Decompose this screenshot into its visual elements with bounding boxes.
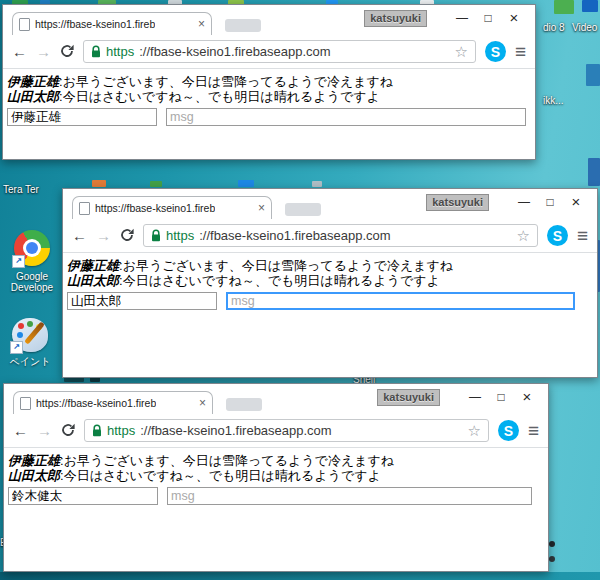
- browser-window-3: https://fbase-kseino1.fireb × katsuyuki …: [3, 383, 549, 572]
- page-favicon-icon: [19, 18, 30, 31]
- message-input[interactable]: [226, 292, 575, 310]
- tab-title: https://fbase-kseino1.fireb: [35, 18, 155, 30]
- desktop-label-line: Google: [2, 271, 62, 282]
- reload-button[interactable]: [120, 228, 134, 244]
- desktop-icon-fragment: [150, 181, 162, 187]
- browser-tab[interactable]: https://fbase-kseino1.fireb ×: [72, 196, 272, 219]
- tab-close-icon[interactable]: ×: [258, 202, 265, 214]
- name-input[interactable]: [8, 487, 158, 505]
- skype-extension-icon[interactable]: S: [498, 420, 519, 441]
- tab-title: https://fbase-kseino1.fireb: [36, 397, 156, 409]
- address-bar[interactable]: https://fbase-kseino1.firebaseapp.com ☆: [143, 224, 538, 247]
- close-button[interactable]: ×: [514, 387, 540, 407]
- chat-text: 今日はさむいですね～、でも明日は晴れるようですよ: [123, 273, 440, 288]
- chrome-shortcut-icon[interactable]: ↗: [14, 230, 50, 266]
- tab-close-icon[interactable]: ×: [199, 397, 206, 409]
- forward-button[interactable]: →: [37, 423, 52, 438]
- minimize-button[interactable]: —: [462, 387, 488, 407]
- desktop-icon-fragment: [92, 180, 106, 187]
- desktop-icon-fragment: [588, 158, 600, 186]
- https-lock-icon: [92, 424, 102, 437]
- forward-button[interactable]: →: [96, 228, 111, 243]
- tab-close-icon[interactable]: ×: [198, 18, 205, 30]
- address-bar[interactable]: https://fbase-kseino1.firebaseapp.com ☆: [83, 40, 476, 63]
- desktop-label-tera-term: Tera Ter: [3, 184, 39, 195]
- chat-text: 今日はさむいですね～、でも明日は晴れるようですよ: [64, 468, 381, 483]
- page-content: 伊藤正雄:お早うございます、今日は雪降ってるようで冷えますね 山田太郎:今日はさ…: [4, 448, 548, 505]
- desktop-icon-fragment: [238, 180, 254, 187]
- chat-text: お早うございます、今日は雪降ってるようで冷えますね: [63, 74, 393, 89]
- minimize-button[interactable]: —: [511, 192, 537, 212]
- maximize-button[interactable]: □: [475, 8, 501, 28]
- desktop: Tera Ter ↗ Google Develope ↗ ペイント Shell …: [0, 0, 600, 580]
- titlebar[interactable]: https://fbase-kseino1.fireb × katsuyuki …: [4, 384, 548, 414]
- titlebar[interactable]: https://fbase-kseino1.fireb × katsuyuki …: [3, 5, 535, 35]
- shortcut-arrow-icon: ↗: [12, 255, 25, 268]
- close-button[interactable]: ×: [501, 8, 527, 28]
- name-input[interactable]: [7, 108, 157, 126]
- back-button[interactable]: ←: [13, 423, 28, 438]
- skype-extension-icon[interactable]: S: [485, 41, 506, 62]
- address-bar[interactable]: https://fbase-kseino1.firebaseapp.com ☆: [84, 419, 489, 442]
- maximize-button[interactable]: □: [537, 192, 563, 212]
- message-input[interactable]: [167, 487, 532, 505]
- titlebar[interactable]: https://fbase-kseino1.fireb × katsuyuki …: [63, 189, 597, 219]
- desktop-icon-fragment: [586, 64, 600, 86]
- desktop-label-studio: dio 8: [543, 22, 565, 33]
- chat-message: 伊藤正雄:お早うございます、今日は雪降ってるようで冷えますね: [67, 258, 593, 273]
- desktop-icon-fragment: [582, 0, 598, 12]
- new-tab-button[interactable]: [285, 203, 321, 216]
- desktop-label-ikk: ikk...: [543, 95, 564, 106]
- desktop-label-paint: ペイント: [0, 356, 60, 367]
- url-scheme: https: [166, 228, 194, 243]
- desktop-icon-fragment: [549, 541, 555, 547]
- chat-message: 山田太郎:今日はさむいですね～、でも明日は晴れるようですよ: [8, 468, 544, 483]
- page-favicon-icon: [20, 397, 31, 410]
- browser-toolbar: ← → https://fbase-kseino1.firebaseapp.co…: [63, 219, 597, 253]
- user-badge: katsuyuki: [377, 389, 440, 406]
- desktop-icon-fragment: [549, 556, 555, 562]
- paint-shortcut-icon[interactable]: ↗: [12, 318, 48, 352]
- chat-text: お早うございます、今日は雪降ってるようで冷えますね: [64, 453, 394, 468]
- message-input[interactable]: [166, 108, 526, 126]
- reload-button[interactable]: [60, 44, 74, 60]
- new-tab-button[interactable]: [226, 398, 262, 411]
- chrome-menu-icon[interactable]: ≡: [528, 421, 539, 440]
- tab-title: https://fbase-kseino1.fireb: [95, 202, 215, 214]
- maximize-button[interactable]: □: [488, 387, 514, 407]
- desktop-icon-fragment: [312, 181, 322, 187]
- bookmark-star-icon[interactable]: ☆: [454, 44, 467, 59]
- browser-window-2: https://fbase-kseino1.fireb × katsuyuki …: [62, 188, 598, 378]
- desktop-bottom-strip: [0, 572, 600, 580]
- forward-button[interactable]: →: [36, 44, 51, 59]
- user-badge: katsuyuki: [426, 194, 489, 211]
- chrome-menu-icon[interactable]: ≡: [577, 226, 588, 245]
- skype-extension-icon[interactable]: S: [547, 225, 568, 246]
- chat-sender: 山田太郎: [67, 273, 119, 288]
- reload-icon: [120, 228, 134, 242]
- desktop-label-line: ペイント: [0, 356, 60, 367]
- browser-toolbar: ← → https://fbase-kseino1.firebaseapp.co…: [4, 414, 548, 448]
- browser-tab[interactable]: https://fbase-kseino1.fireb ×: [13, 391, 213, 414]
- chat-message: 山田太郎:今日はさむいですね～、でも明日は晴れるようですよ: [67, 273, 593, 288]
- bookmark-star-icon[interactable]: ☆: [516, 228, 529, 243]
- page-content: 伊藤正雄:お早うございます、今日は雪降ってるようで冷えますね 山田太郎:今日はさ…: [63, 253, 597, 310]
- name-input[interactable]: [67, 292, 217, 310]
- back-button[interactable]: ←: [72, 228, 87, 243]
- reload-button[interactable]: [61, 423, 75, 439]
- bookmark-star-icon[interactable]: ☆: [467, 423, 480, 438]
- page-content: 伊藤正雄:お早うございます、今日は雪降ってるようで冷えますね 山田太郎:今日はさ…: [3, 69, 535, 126]
- browser-tab[interactable]: https://fbase-kseino1.fireb ×: [12, 12, 212, 35]
- close-button[interactable]: ×: [563, 192, 589, 212]
- back-button[interactable]: ←: [12, 44, 27, 59]
- chat-text: 今日はさむいですね～、でも明日は晴れるようですよ: [63, 89, 380, 104]
- url-scheme: https: [107, 423, 135, 438]
- chat-text: お早うございます、今日は雪降ってるようで冷えますね: [123, 258, 453, 273]
- new-tab-button[interactable]: [225, 19, 261, 32]
- browser-toolbar: ← → https://fbase-kseino1.firebaseapp.co…: [3, 35, 535, 69]
- desktop-label-google-developer: Google Develope: [2, 271, 62, 293]
- minimize-button[interactable]: —: [449, 8, 475, 28]
- reload-icon: [61, 423, 75, 437]
- chrome-menu-icon[interactable]: ≡: [515, 42, 526, 61]
- url-text: ://fbase-kseino1.firebaseapp.com: [139, 44, 331, 59]
